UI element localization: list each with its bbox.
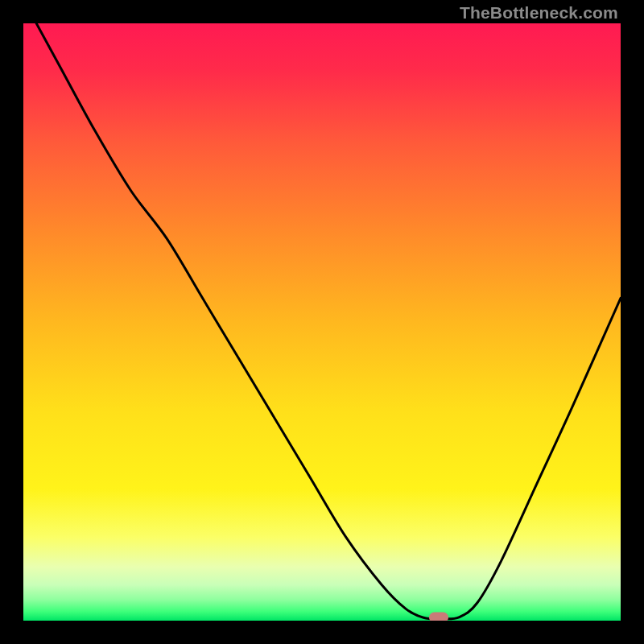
chart-frame: TheBottleneck.com — [0, 0, 644, 644]
watermark-text: TheBottleneck.com — [460, 3, 618, 23]
bottleneck-curve — [23, 23, 621, 621]
plot-area — [23, 23, 621, 621]
optimal-marker — [429, 612, 448, 621]
